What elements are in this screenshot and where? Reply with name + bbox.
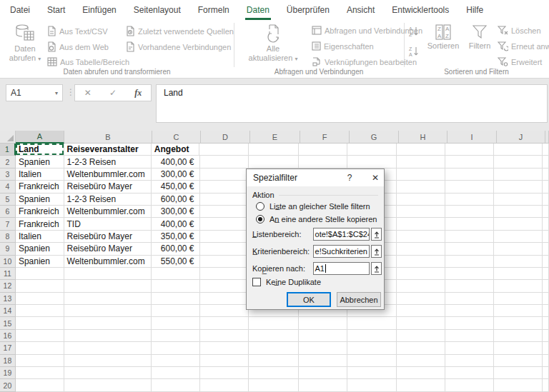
- collapse-dialog-icon-listenbereich[interactable]: [371, 228, 382, 241]
- cell-H2[interactable]: [397, 156, 445, 168]
- cell-F1[interactable]: [299, 144, 348, 156]
- cell-H6[interactable]: [397, 206, 445, 218]
- row-header-14[interactable]: 14: [0, 305, 16, 317]
- cell-H19[interactable]: [397, 367, 445, 379]
- tab-hilfe[interactable]: Hilfe: [465, 0, 485, 20]
- cell-J10[interactable]: [494, 256, 543, 268]
- cell-H5[interactable]: [397, 194, 445, 206]
- cell-F17[interactable]: [299, 342, 348, 354]
- cell-C2[interactable]: 400,00 €: [152, 156, 200, 168]
- cell-I5[interactable]: [445, 194, 495, 206]
- cell-I7[interactable]: [445, 218, 495, 230]
- cell-G16[interactable]: [347, 330, 397, 342]
- cell-D12[interactable]: [200, 280, 249, 292]
- radio-filter-in-place[interactable]: Lis̲te an gleicher Stelle filtern: [256, 202, 370, 211]
- cell-E15[interactable]: [249, 317, 299, 329]
- checkbox-unique-records[interactable]: Kei̲ne Duplikate: [252, 278, 321, 286]
- cell-G1[interactable]: [347, 144, 397, 156]
- radio-icon[interactable]: [256, 202, 264, 211]
- cell-C18[interactable]: [152, 355, 200, 367]
- row-header-6[interactable]: 6: [0, 206, 16, 218]
- cell-C10[interactable]: 550,00 €: [152, 256, 200, 268]
- cell-I12[interactable]: [445, 280, 495, 292]
- cell-J12[interactable]: [494, 280, 543, 292]
- row-header-1[interactable]: 1: [0, 144, 16, 156]
- cell-A10[interactable]: Spanien: [16, 256, 64, 268]
- cell-I8[interactable]: [445, 231, 495, 243]
- cell-F2[interactable]: [299, 156, 348, 168]
- cell-J20[interactable]: [494, 379, 543, 391]
- cell-B4[interactable]: Reisebüro Mayer: [64, 181, 152, 193]
- sort-az-button[interactable]: AZ: [408, 26, 420, 37]
- row-header-18[interactable]: 18: [0, 355, 16, 367]
- cell-E19[interactable]: [249, 367, 299, 379]
- cell-A20[interactable]: [16, 379, 64, 391]
- sort-button[interactable]: ZA AZ Sortieren: [425, 23, 462, 51]
- cell-C12[interactable]: [152, 280, 200, 292]
- row-header-15[interactable]: 15: [0, 317, 16, 329]
- cell-E2[interactable]: [249, 156, 299, 168]
- cell-J17[interactable]: [494, 342, 543, 354]
- sort-za-button[interactable]: ZA: [408, 46, 420, 57]
- cell-A18[interactable]: [16, 355, 64, 367]
- cell-D19[interactable]: [200, 367, 249, 379]
- cell-I15[interactable]: [445, 317, 495, 329]
- cell-I14[interactable]: [445, 305, 495, 317]
- cell-C9[interactable]: 600,00 €: [152, 243, 200, 255]
- field-input-listenbereich[interactable]: ote!$A$1:$C$24: [313, 228, 370, 241]
- cell-I20[interactable]: [445, 379, 495, 391]
- tab-datei[interactable]: Datei: [9, 0, 31, 20]
- cell-H16[interactable]: [397, 330, 445, 342]
- cell-D20[interactable]: [200, 379, 249, 391]
- tab-überprüfen[interactable]: Überprüfen: [285, 0, 331, 20]
- cell-B8[interactable]: Reisebüro Mayer: [64, 231, 152, 243]
- cell-J11[interactable]: [494, 268, 543, 280]
- cell-E1[interactable]: [249, 144, 299, 156]
- from-table-range-button[interactable]: Aus Tabelle/Bereich: [47, 57, 129, 66]
- column-header-H[interactable]: H: [399, 131, 447, 144]
- cell-J9[interactable]: [494, 243, 543, 255]
- name-box[interactable]: A1 ▾: [6, 84, 63, 101]
- collapse-dialog-icon-kopieren-nach[interactable]: [371, 262, 382, 275]
- cell-I3[interactable]: [445, 169, 495, 181]
- row-header-11[interactable]: 11: [0, 268, 16, 280]
- cell-F16[interactable]: [299, 330, 348, 342]
- cell-D11[interactable]: [200, 268, 249, 280]
- cell-D4[interactable]: [200, 181, 249, 193]
- cell-H12[interactable]: [397, 280, 445, 292]
- cell-F18[interactable]: [299, 355, 348, 367]
- cell-J8[interactable]: [494, 231, 543, 243]
- cell-I6[interactable]: [445, 206, 495, 218]
- cell-B16[interactable]: [64, 330, 152, 342]
- cell-J15[interactable]: [494, 317, 543, 329]
- cell-A2[interactable]: Spanien: [16, 156, 64, 168]
- row-header-8[interactable]: 8: [0, 231, 16, 243]
- queries-connections-button[interactable]: Abfragen und Verbindungen: [312, 26, 422, 35]
- tab-daten[interactable]: Daten: [245, 0, 271, 20]
- properties-button[interactable]: Eigenschaften: [312, 41, 374, 51]
- cell-J16[interactable]: [494, 330, 543, 342]
- cell-A15[interactable]: [16, 317, 64, 329]
- cell-C7[interactable]: 400,00 €: [152, 218, 200, 230]
- cell-A9[interactable]: Spanien: [16, 243, 64, 255]
- cell-A4[interactable]: Frankreich: [16, 181, 64, 193]
- cell-B2[interactable]: 1-2-3 Reisen: [64, 156, 152, 168]
- name-box-dropdown-icon[interactable]: ▾: [55, 90, 58, 96]
- cell-H14[interactable]: [397, 305, 445, 317]
- cell-B6[interactable]: Weltenbummler.com: [64, 206, 152, 218]
- row-header-12[interactable]: 12: [0, 280, 16, 292]
- filter-clear-button[interactable]: Löschen: [498, 26, 541, 36]
- column-header-A[interactable]: A: [16, 131, 64, 144]
- row-header-9[interactable]: 9: [0, 243, 16, 255]
- cell-D7[interactable]: [200, 218, 249, 230]
- cell-B3[interactable]: Weltenbummler.com: [64, 169, 152, 181]
- cell-A6[interactable]: Frankreich: [16, 206, 64, 218]
- row-header-5[interactable]: 5: [0, 194, 16, 206]
- cell-J7[interactable]: [494, 218, 543, 230]
- cell-C17[interactable]: [152, 342, 200, 354]
- row-header-20[interactable]: 20: [0, 379, 16, 391]
- cell-B12[interactable]: [64, 280, 152, 292]
- cell-D1[interactable]: [199, 144, 249, 156]
- row-header-3[interactable]: 3: [0, 169, 16, 181]
- cell-H11[interactable]: [397, 268, 445, 280]
